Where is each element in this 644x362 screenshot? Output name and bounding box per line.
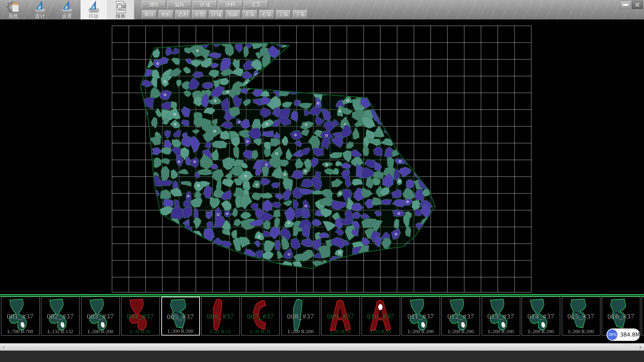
big-button-label: 设置 xyxy=(62,13,72,19)
part-number-label: 014_#37 xyxy=(522,312,560,321)
part-number-label: 003_#37 xyxy=(82,312,119,321)
memory-percent-label: 38% xyxy=(608,333,616,337)
part-number-label: 013_#37 xyxy=(482,312,520,321)
minimize-button[interactable] xyxy=(620,1,631,9)
part-thumbnail[interactable]: 004_#37L:31 R:31 xyxy=(121,297,160,336)
memory-percent-indicator: 38% xyxy=(607,329,618,340)
part-number-label: 005_#37 xyxy=(162,313,199,321)
part-number-label: 006_#37 xyxy=(202,312,239,321)
nesting-canvas[interactable] xyxy=(0,19,644,294)
close-icon: ✕ xyxy=(635,2,640,8)
design-ruler-icon xyxy=(33,1,47,13)
part-thumbnail[interactable]: 015_#37L:200 R:200 xyxy=(562,297,600,336)
big-button-label: 设计 xyxy=(35,13,45,19)
part-thumbnail[interactable]: 006_#37L:21 R:21 xyxy=(201,297,240,336)
part-lr-count: L:21 R:21 xyxy=(202,329,239,335)
part-number-label: 007_#37 xyxy=(241,312,279,321)
system-gear-icon xyxy=(6,1,20,13)
app-window: 系统设计设置排版报表 属性编辑区域排料交互 聚排相机选割全割区域瑕疵左靠右靠上靠… xyxy=(0,0,644,362)
settings-ruler-icon xyxy=(60,1,74,13)
big-button-settings-ruler[interactable]: 设置 xyxy=(54,0,80,19)
menu-row-tools: 聚排相机选割全割区域瑕疵左靠右靠上靠下靠 xyxy=(142,10,308,19)
part-number-label: 012_#37 xyxy=(442,312,480,321)
minimize-icon xyxy=(623,4,628,6)
report-doc-icon xyxy=(114,1,128,13)
part-thumbnail[interactable]: 010_#37L:33 R:33 xyxy=(362,297,400,336)
part-thumbnail[interactable]: 001_#37L:700 R:700 xyxy=(1,297,40,336)
app-toolbar-big-buttons: 系统设计设置排版报表 xyxy=(0,0,134,19)
strip-top-line xyxy=(0,294,644,295)
scroll-right-arrow[interactable]: › xyxy=(637,344,644,351)
part-thumbnail[interactable]: 005_#37L:200 R:200 xyxy=(161,297,200,336)
part-lr-count: L:200 R:200 xyxy=(402,329,440,335)
part-lr-count: L:700 R:700 xyxy=(1,329,39,335)
window-controls: ✕ xyxy=(620,1,643,9)
menu-row-primary: 属性编辑区域排料交互 xyxy=(142,1,268,9)
close-button[interactable]: ✕ xyxy=(632,1,643,9)
part-lr-count: L:200 R:200 xyxy=(522,329,560,335)
part-thumbnail[interactable]: 007_#37L:31 R:31 xyxy=(241,297,280,336)
part-number-label: 001_#37 xyxy=(1,312,39,321)
part-lr-count: L:200 R:200 xyxy=(162,328,199,334)
part-lr-count: L:31 R:31 xyxy=(121,329,159,335)
part-thumbnail[interactable]: 002_#37L:132 R:132 xyxy=(41,297,79,336)
part-lr-count: L:200 R:200 xyxy=(282,329,320,335)
menu-button[interactable]: 交互 xyxy=(244,1,268,9)
part-thumbnail[interactable]: 003_#37L:200 R:200 xyxy=(81,297,120,336)
horizontal-scrollbar[interactable]: ‹ › xyxy=(0,343,644,351)
part-number-label: 015_#37 xyxy=(562,312,600,321)
big-button-label: 排版 xyxy=(89,13,99,19)
part-number-label: 016_#37 xyxy=(602,312,640,321)
tool-button[interactable]: 全割 xyxy=(192,10,207,19)
bottom-band xyxy=(0,351,644,362)
part-thumbnail[interactable] xyxy=(642,297,644,336)
menu-button[interactable]: 编辑 xyxy=(167,1,192,9)
tool-button[interactable]: 区域 xyxy=(209,10,224,19)
part-number-label: 002_#37 xyxy=(41,312,79,321)
part-lr-count: L:33 R:33 xyxy=(362,329,400,335)
part-thumbnail-strip: 001_#37L:700 R:700002_#37L:132 R:132003_… xyxy=(0,294,644,343)
scroll-left-arrow[interactable]: ‹ xyxy=(0,344,7,351)
part-thumbnail[interactable]: 008_#37L:200 R:200 xyxy=(281,297,320,336)
menu-button[interactable]: 区域 xyxy=(193,1,217,9)
part-lr-count: L:200 R:200 xyxy=(82,329,119,335)
layout-ruler-icon xyxy=(87,1,101,13)
part-thumbnail[interactable]: 014_#37L:200 R:200 xyxy=(522,297,560,336)
menu-button[interactable]: 排料 xyxy=(218,1,243,9)
part-lr-count: L:200 R:200 xyxy=(482,329,520,335)
big-button-label: 报表 xyxy=(116,13,126,19)
part-thumbnail[interactable]: 011_#37L:200 R:200 xyxy=(401,297,440,336)
part-number-label: 008_#37 xyxy=(282,312,320,321)
memory-usage-badge: 38% 384.8M xyxy=(606,328,640,341)
big-button-system-gear[interactable]: 系统 xyxy=(0,0,27,19)
part-lr-count: L:200 R:200 xyxy=(442,329,480,335)
part-number-label: 011_#37 xyxy=(402,312,440,321)
part-thumbnail[interactable]: 012_#37L:200 R:200 xyxy=(441,297,480,336)
part-number-label: 009_#37 xyxy=(322,312,360,321)
menu-button[interactable]: 属性 xyxy=(142,1,166,9)
tool-button[interactable]: 右靠 xyxy=(259,10,274,19)
big-button-label: 系统 xyxy=(8,13,18,19)
part-number-label: 010_#37 xyxy=(362,312,400,321)
big-button-layout-ruler[interactable]: 排版 xyxy=(80,0,107,19)
big-button-design-ruler[interactable]: 设计 xyxy=(27,0,54,19)
tool-button[interactable]: 下靠 xyxy=(293,10,308,19)
part-lr-count: L:200 R:200 xyxy=(562,329,600,335)
part-thumbnail[interactable]: 013_#37L:200 R:200 xyxy=(482,297,520,336)
tool-button[interactable]: 瑕疵 xyxy=(226,10,240,19)
tool-button[interactable]: 相机 xyxy=(159,10,173,19)
tool-button[interactable]: 选割 xyxy=(175,10,190,19)
tool-button[interactable]: 上靠 xyxy=(276,10,291,19)
part-number-label: 004_#37 xyxy=(121,312,159,321)
big-button-report-doc[interactable]: 报表 xyxy=(107,0,134,19)
part-thumbnail[interactable]: 009_#37L:32 R:31 xyxy=(321,297,360,336)
part-lr-count: L:32 R:31 xyxy=(322,329,360,335)
memory-size-label: 384.8M xyxy=(620,331,640,338)
part-lr-count: L:31 R:31 xyxy=(241,329,279,335)
tool-button[interactable]: 左靠 xyxy=(243,10,257,19)
part-lr-count: L:132 R:132 xyxy=(41,329,79,335)
tool-button[interactable]: 聚排 xyxy=(142,10,157,19)
